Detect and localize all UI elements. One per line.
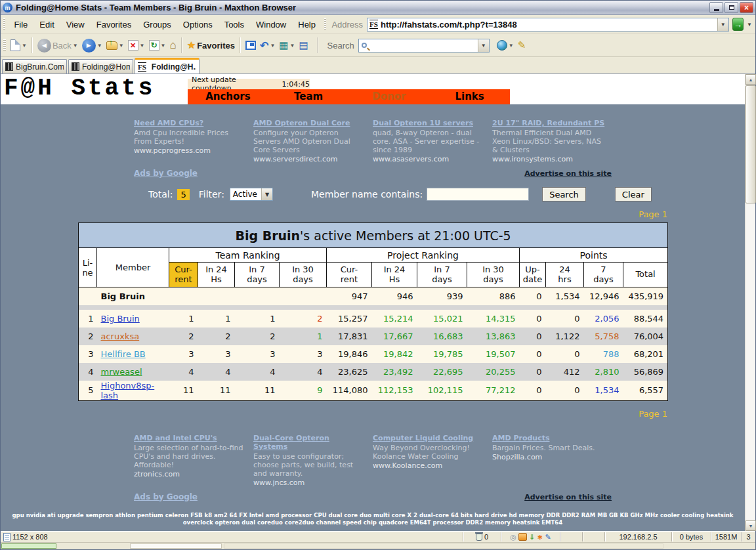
browser-window: m Folding@Home Stats - Team Members - Bi… — [0, 0, 756, 550]
home-button[interactable]: ⌂ — [167, 39, 178, 52]
ad-link[interactable]: Dual Opteron 1U servers — [373, 119, 486, 127]
menu-view[interactable]: View — [60, 18, 91, 32]
ad-link[interactable]: AMD Products — [492, 434, 605, 442]
menu-options[interactable]: Options — [177, 18, 219, 32]
ad-link[interactable]: AMD and Intel CPU's — [134, 434, 247, 442]
undo-button[interactable]: ↶▼ — [258, 38, 277, 53]
tab-folding-active[interactable]: FS Folding@H... — [135, 58, 200, 74]
up-button[interactable]: ▼ — [104, 40, 126, 51]
group-project-ranking: Project Ranking — [327, 248, 520, 263]
edit-status-icon[interactable]: ✎ — [545, 533, 551, 541]
clear-button[interactable]: Clear — [615, 187, 652, 201]
scroll-down-icon[interactable]: ▼ — [746, 520, 756, 531]
nav-links[interactable]: Links — [429, 89, 510, 104]
member-link[interactable]: Big Bruin — [101, 314, 140, 324]
go-dropdown-icon[interactable]: ▼ — [744, 22, 755, 28]
popup-blocker-icon[interactable] — [518, 533, 527, 541]
address-dropdown-icon[interactable]: ▼ — [717, 18, 728, 31]
toolbar-grip[interactable] — [3, 18, 5, 30]
cell: 1 — [280, 328, 327, 345]
advertise-link[interactable]: Advertise on this site — [524, 169, 612, 178]
translate-button[interactable]: ▼ — [495, 39, 516, 52]
toolbar: ▼ ◀ Back▼ ▶▼ ▼ ✕▼ ↻▼ ⌂ ★ Favorites ↶▼ ▦▼… — [1, 34, 755, 57]
ad-link[interactable]: Need AMD CPUs? — [134, 119, 247, 127]
status-bar: 1152 x 808 0 ◎ ⇓ ∗ ✎ 192.168.2.5 0 bytes… — [1, 531, 755, 549]
nav-team[interactable]: Team — [268, 89, 349, 104]
cell: 3 — [198, 345, 235, 363]
menu-edit[interactable]: Edit — [33, 18, 60, 32]
restore-button[interactable] — [724, 2, 738, 13]
menu-help[interactable]: Help — [292, 18, 322, 32]
search-button[interactable]: Search — [542, 187, 586, 201]
ad-link[interactable]: AMD Opteron Dual Core — [253, 119, 366, 127]
favorites-button[interactable]: ★ Favorites — [185, 38, 237, 53]
ad-link[interactable]: 2U 17" RAID, Redundant PS — [492, 119, 605, 127]
table-title: Big Bruin's active Members at 21:00 UTC-… — [79, 223, 668, 248]
menu-tools[interactable]: Tools — [219, 18, 250, 32]
menu-groups[interactable]: Groups — [137, 18, 177, 32]
cell: 23,625 — [327, 363, 372, 381]
highlight-button[interactable]: ✎ — [516, 38, 528, 53]
toolbar-grip2[interactable] — [3, 39, 6, 51]
ad-link[interactable]: Computer Liquid Cooling — [373, 434, 486, 442]
address-grip[interactable] — [324, 18, 326, 30]
total-value: 5 — [177, 189, 189, 200]
col-team-30d: In 30 days — [280, 263, 327, 287]
address-label: Address — [329, 20, 367, 30]
advertise-link[interactable]: Advertise on this site — [524, 493, 612, 501]
bytes-pane: 0 bytes — [671, 532, 711, 541]
menu-window[interactable]: Window — [250, 18, 292, 32]
scrollbar-thumb[interactable] — [746, 85, 756, 203]
search-input[interactable]: ▼ — [358, 39, 490, 53]
member-link[interactable]: mrweasel — [101, 367, 142, 377]
minimize-button[interactable] — [709, 2, 723, 13]
tab-bigbruin[interactable]: BigBruin.Com ... — [2, 59, 67, 74]
refresh-button[interactable]: ↻▼ — [147, 39, 168, 52]
new-page-button[interactable]: ▼ — [9, 38, 29, 53]
search-dropdown-icon[interactable]: ▼ — [478, 39, 489, 52]
filter-select[interactable]: Active ▼ — [230, 188, 273, 201]
fs-favicon: FS — [138, 62, 146, 72]
ads-by-google-link[interactable]: Ads by Google — [134, 492, 198, 501]
cell: 0 — [546, 310, 584, 328]
member-cell: Hellfire BB — [97, 345, 169, 363]
menu-file[interactable]: File — [8, 18, 33, 32]
go-button[interactable]: → — [732, 18, 744, 31]
open-external-button[interactable] — [243, 39, 258, 51]
trash-pane[interactable]: 0 — [463, 532, 501, 541]
tab-folding-1[interactable]: Folding@Hom... — [68, 59, 133, 74]
page-doc-icon — [5, 62, 13, 71]
site-logo: F@H Stats — [4, 75, 155, 102]
ad-link[interactable]: Dual-Core Opteron Systems — [253, 434, 366, 451]
scroll-up-icon[interactable]: ▲ — [746, 74, 756, 85]
favorites-star-icon: ★ — [187, 39, 196, 51]
stop-button[interactable]: ✕▼ — [126, 39, 147, 52]
proxy-icon[interactable]: ◎ — [510, 533, 516, 541]
plugin-icon[interactable]: ∗ — [537, 533, 543, 541]
download-icon[interactable]: ⇓ — [529, 533, 535, 541]
form-fill-button[interactable]: ▦▼ — [277, 38, 297, 53]
layout-button[interactable]: ▤ — [297, 38, 310, 53]
site-favicon: FS — [369, 20, 378, 29]
cell: 0 — [520, 328, 546, 345]
member-link[interactable]: Hellfire BB — [101, 349, 146, 359]
member-name-input[interactable] — [427, 188, 529, 201]
col-team-24h: In 24 Hs — [198, 263, 235, 287]
member-link[interactable]: acruxksa — [101, 331, 140, 341]
nav-anchors[interactable]: Anchors — [188, 89, 268, 104]
ads-by-google-link[interactable]: Ads by Google — [134, 169, 198, 178]
address-url[interactable]: http://fahstats.com/t.php?t=13848 — [381, 20, 717, 30]
menu-favorites[interactable]: Favorites — [91, 18, 137, 32]
back-button[interactable]: ◀ Back▼ — [35, 37, 80, 54]
ad-item: Need AMD CPUs? Amd Cpu Incredible Prices… — [134, 119, 253, 163]
cell: 2 — [235, 328, 280, 345]
cell: 76,004 — [623, 328, 668, 345]
undo-icon: ↶ — [260, 39, 268, 52]
tab-bar: BigBruin.Com ... Folding@Hom... FS Foldi… — [1, 58, 755, 74]
close-button[interactable]: × — [740, 2, 753, 13]
forward-button[interactable]: ▶▼ — [80, 37, 104, 54]
vertical-scrollbar[interactable]: ▲ ▼ — [745, 74, 755, 531]
address-bar[interactable]: FS http://fahstats.com/t.php?t=13848 ▼ — [367, 18, 729, 32]
nav-donor[interactable]: Donor — [349, 89, 430, 104]
member-link[interactable]: Highonv8sp-lash — [101, 381, 155, 400]
